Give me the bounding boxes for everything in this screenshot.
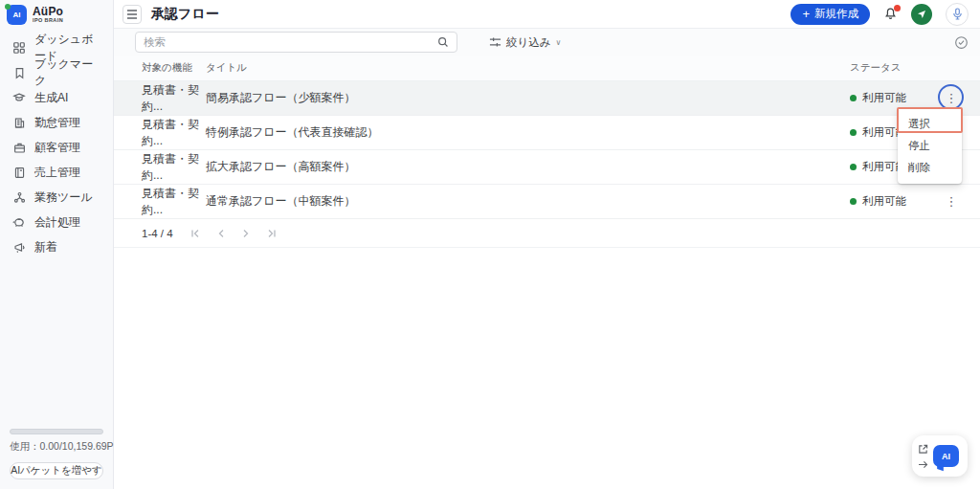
row-function-cell: 見積書・契約... — [142, 186, 206, 218]
bookmark-icon — [11, 65, 27, 80]
sidebar-item-tools[interactable]: 業務ツール — [0, 185, 113, 210]
search-input[interactable] — [144, 36, 437, 48]
row-status-cell: 利用可能 — [850, 194, 930, 209]
status-dot — [850, 198, 857, 205]
table-row[interactable]: 見積書・契約... 特例承認フロー（代表直接確認） 利用可能 ⋮ — [114, 116, 980, 150]
usage-text: 使用：0.00/10,159.69P — [10, 440, 103, 454]
row-title-cell: 簡易承認フロー（少額案件） — [206, 90, 850, 106]
pagination-range-label: 1-4 / 4 — [142, 228, 173, 239]
filter-label: 絞り込み — [506, 35, 551, 50]
toolbar: 絞り込み ∨ — [114, 29, 980, 56]
pagination: 1-4 / 4 — [114, 219, 980, 248]
sales-icon — [11, 165, 27, 180]
sidebar-item-label: ブックマーク — [34, 56, 101, 89]
filter-dropdown[interactable]: 絞り込み ∨ — [489, 35, 561, 50]
sidebar-item-sales[interactable]: 売上管理 — [0, 160, 113, 185]
sidebar-item-accounting[interactable]: 会計処理 — [0, 210, 113, 234]
whats-new-icon — [11, 239, 27, 255]
first-page-button[interactable] — [190, 229, 200, 238]
previous-page-button[interactable] — [217, 229, 225, 238]
ai-chat-bubble-label: AI — [942, 452, 950, 461]
plus-icon: + — [802, 8, 810, 20]
search-icon[interactable] — [437, 36, 449, 48]
menu-item-stop[interactable]: 停止 — [898, 135, 962, 157]
row-function-cell: 見積書・契約... — [142, 117, 206, 149]
sidebar-item-label: 売上管理 — [34, 165, 80, 181]
sidebar-item-whats-new[interactable]: 新着 — [0, 234, 113, 259]
sidebar: AI AüPo IPO BRAIN ダッシュボード ブックマーク 生成AI — [0, 0, 114, 489]
select-mode-icon[interactable] — [954, 35, 969, 50]
row-title-cell: 特例承認フロー（代表直接確認） — [206, 124, 850, 141]
app-logo-icon: AI — [7, 5, 27, 25]
sidebar-item-label: 業務ツール — [34, 189, 93, 206]
status-label: 利用可能 — [862, 91, 906, 105]
dashboard-icon — [11, 40, 27, 56]
create-new-button-label: 新規作成 — [814, 7, 858, 21]
search-box — [135, 32, 457, 53]
column-header-status: ステータス — [850, 61, 930, 75]
status-dot — [850, 129, 857, 136]
row-actions-context-menu: 選択 停止 削除 — [898, 108, 962, 184]
sidebar-item-bookmark[interactable]: ブックマーク — [0, 60, 113, 85]
table-header-row: 対象の機能 タイトル ステータス — [114, 56, 980, 81]
page-title: 承認フロー — [151, 6, 219, 23]
app-logo[interactable]: AI AüPo IPO BRAIN — [0, 0, 113, 29]
row-actions-kebab-button[interactable]: ⋮ — [940, 87, 963, 110]
customer-icon — [11, 140, 27, 155]
status-dot — [850, 164, 857, 170]
app-name: AüPo — [33, 6, 63, 18]
table-row[interactable]: 見積書・契約... 拡大承認フロー（高額案件） 利用可能 ⋮ — [114, 150, 980, 185]
generative-ai-icon — [11, 90, 27, 105]
column-header-title: タイトル — [206, 61, 850, 75]
microphone-button[interactable] — [946, 3, 969, 26]
row-status-cell: 利用可能 — [850, 91, 930, 105]
menu-toggle-button[interactable] — [122, 5, 142, 24]
sidebar-usage-panel: 使用：0.00/10,159.69P AIパケットを増やす — [10, 429, 103, 479]
row-function-cell: 見積書・契約... — [142, 82, 206, 115]
app-logo-badge-text: AI — [13, 11, 21, 19]
arrow-right-icon[interactable] — [918, 460, 928, 469]
main-content: 承認フロー + 新規作成 — [114, 0, 980, 489]
filter-sliders-icon — [489, 36, 501, 48]
create-new-button[interactable]: + 新規作成 — [791, 4, 870, 25]
tools-icon — [11, 189, 27, 205]
attendance-icon — [11, 115, 27, 130]
approval-flow-page: { "app": { "name": "AüPo", "sub_name": "… — [0, 0, 980, 489]
sidebar-item-attendance[interactable]: 勤怠管理 — [0, 110, 113, 135]
open-in-new-icon[interactable] — [918, 444, 928, 455]
accounting-icon — [11, 214, 27, 230]
notification-bell-icon[interactable] — [883, 7, 898, 21]
status-dot — [850, 95, 857, 101]
next-page-button[interactable] — [242, 229, 250, 238]
row-function-cell: 見積書・契約... — [142, 151, 206, 184]
status-label: 利用可能 — [862, 194, 906, 209]
ai-assistant-widget: AI — [912, 435, 968, 477]
sidebar-nav: ダッシュボード ブックマーク 生成AI 勤怠管理 顧客管理 — [0, 29, 113, 259]
table-row[interactable]: 見積書・契約... 簡易承認フロー（少額案件） 利用可能 ⋮ — [114, 81, 980, 116]
table-row[interactable]: 見積書・契約... 通常承認フロー（中額案件） 利用可能 ⋮ — [114, 185, 980, 219]
app-sub-name: IPO BRAIN — [33, 17, 63, 23]
sidebar-item-label: 勤怠管理 — [34, 115, 80, 131]
row-actions-kebab-button[interactable]: ⋮ — [940, 190, 963, 213]
send-status-badge-icon[interactable] — [911, 4, 932, 25]
menu-item-select[interactable]: 選択 — [898, 113, 962, 135]
ai-packet-progress-bar — [10, 429, 103, 434]
last-page-button[interactable] — [267, 229, 277, 238]
sidebar-item-label: 新着 — [34, 239, 57, 256]
column-header-function: 対象の機能 — [142, 61, 206, 75]
row-title-cell: 拡大承認フロー（高額案件） — [206, 159, 850, 175]
notification-dot — [894, 5, 901, 11]
sidebar-item-label: 生成AI — [34, 90, 68, 106]
sidebar-item-customer[interactable]: 顧客管理 — [0, 135, 113, 160]
row-title-cell: 通常承認フロー（中額案件） — [206, 193, 850, 210]
menu-item-delete[interactable]: 削除 — [898, 157, 962, 179]
topbar: 承認フロー + 新規作成 — [114, 0, 980, 29]
ai-chat-bubble-button[interactable]: AI — [933, 445, 959, 467]
sidebar-item-label: 顧客管理 — [34, 140, 80, 156]
chevron-down-icon: ∨ — [556, 38, 562, 47]
sidebar-item-label: 会計処理 — [34, 214, 80, 231]
increase-ai-packet-button[interactable]: AIパケットを増やす — [10, 462, 103, 479]
